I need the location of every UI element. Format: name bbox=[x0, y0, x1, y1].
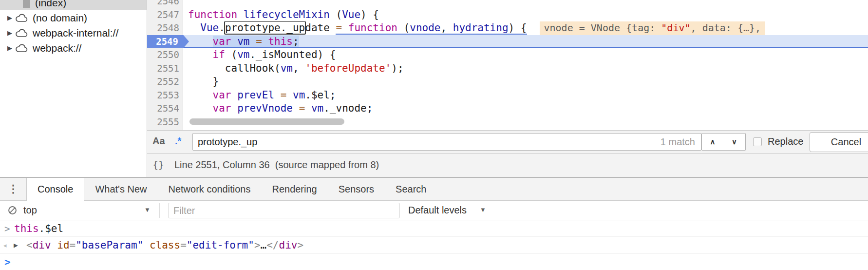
code-token: = bbox=[299, 102, 305, 114]
cancel-button[interactable]: Cancel bbox=[810, 132, 868, 152]
search-next-button[interactable]: ∨ bbox=[723, 133, 746, 151]
cloud-icon bbox=[15, 28, 28, 38]
code-token: , bbox=[440, 22, 453, 34]
expand-arrow-icon[interactable]: ▶ bbox=[7, 14, 15, 21]
tab-rendering[interactable]: Rendering bbox=[261, 178, 327, 200]
code-line-text[interactable]: function lifecycleMixin (Vue) { bbox=[183, 8, 868, 22]
console-token bbox=[51, 239, 57, 251]
code-token: lifecycleMixin bbox=[244, 9, 330, 20]
log-level-dropdown-icon[interactable]: ▼ bbox=[480, 206, 486, 213]
line-number[interactable]: 2554 bbox=[147, 102, 183, 116]
line-number[interactable]: 2550 bbox=[147, 48, 183, 62]
more-tools-menu-button[interactable]: ⋮ bbox=[0, 178, 26, 200]
code-token bbox=[188, 22, 200, 34]
line-number[interactable]: 2547 bbox=[147, 8, 183, 22]
regex-toggle[interactable]: .* bbox=[175, 135, 181, 147]
line-number-text: 2549 bbox=[156, 36, 179, 47]
line-number[interactable]: 2553 bbox=[147, 89, 183, 102]
code-token: = bbox=[256, 36, 262, 47]
code-line: 2551 callHook(vm, 'beforeUpdate'); bbox=[147, 62, 868, 76]
expand-arrow-icon[interactable]: ▶ bbox=[7, 29, 15, 37]
log-level-selector[interactable]: Default levels bbox=[408, 205, 467, 216]
cloud-icon bbox=[15, 43, 28, 53]
line-number[interactable]: 2555 bbox=[147, 116, 183, 129]
tree-item-label: (index) bbox=[35, 0, 66, 9]
code-line-text[interactable]: var vm = this; bbox=[183, 35, 868, 49]
expand-arrow-icon[interactable]: ▶ bbox=[7, 44, 15, 52]
line-number[interactable]: 2549 bbox=[147, 35, 183, 49]
console-toolbar: top ▼ Default levels ▼ bbox=[0, 201, 868, 220]
tree-item-label: (no domain) bbox=[33, 12, 87, 24]
tab-search[interactable]: Search bbox=[385, 178, 437, 200]
pretty-print-icon[interactable]: {} bbox=[152, 159, 164, 171]
console-prompt-row[interactable]: > bbox=[0, 254, 868, 270]
code-line: 2553 var prevEl = vm.$el; bbox=[147, 89, 868, 102]
code-token: hydrating bbox=[453, 22, 509, 34]
cursor-position-text: Line 2551, Column 36 (source mapped from… bbox=[174, 159, 379, 171]
code-line: 2549 var vm = this; bbox=[147, 35, 868, 49]
code-token: vm bbox=[237, 36, 249, 47]
console-token: = bbox=[70, 239, 76, 251]
expand-triangle-icon[interactable]: ▶ bbox=[14, 241, 26, 250]
code-line-text[interactable] bbox=[183, 0, 868, 8]
match-case-toggle[interactable]: Aa bbox=[152, 135, 165, 147]
drawer: ⋮ ConsoleWhat's NewNetwork conditionsRen… bbox=[0, 177, 868, 270]
replace-checkbox[interactable] bbox=[753, 137, 762, 146]
code-token bbox=[249, 36, 256, 47]
code-token bbox=[293, 102, 299, 114]
tab-sensors[interactable]: Sensors bbox=[328, 178, 385, 200]
console-token: "edit-form" bbox=[187, 239, 254, 251]
tree-item[interactable]: (index) bbox=[0, 0, 147, 10]
line-number[interactable]: 2546 bbox=[147, 0, 183, 8]
tree-item[interactable]: ▶(no domain) bbox=[0, 10, 147, 25]
horizontal-scrollbar[interactable] bbox=[189, 118, 344, 125]
drawer-tabbar: ⋮ ConsoleWhat's NewNetwork conditionsRen… bbox=[0, 178, 868, 201]
clear-console-icon[interactable] bbox=[8, 206, 17, 215]
code-token: } bbox=[188, 76, 219, 87]
tree-item[interactable]: ▶webpack:// bbox=[0, 40, 147, 56]
tab-network-conditions[interactable]: Network conditions bbox=[157, 178, 261, 200]
editor-search-bar: Aa .* 1 match ∧ ∨ Replace Cancel bbox=[147, 130, 868, 154]
line-number[interactable]: 2551 bbox=[147, 62, 183, 76]
tab-console[interactable]: Console bbox=[26, 178, 84, 201]
console-prompt-chevron-icon: > bbox=[0, 254, 11, 268]
code-line-text[interactable]: callHook(vm, 'beforeUpdate'); bbox=[183, 62, 868, 76]
console-token: < bbox=[26, 239, 33, 251]
code-token: . bbox=[219, 22, 225, 34]
code-line: 2550 if (vm._isMounted) { bbox=[147, 48, 868, 62]
source-tree: (index)▶(no domain)▶webpack-internal://▶… bbox=[0, 0, 147, 56]
code-token: = bbox=[336, 22, 342, 34]
line-number[interactable]: 2548 bbox=[147, 21, 183, 35]
tree-item[interactable]: ▶webpack-internal:// bbox=[0, 25, 147, 40]
console-token: > bbox=[297, 239, 303, 251]
code-token: ); bbox=[391, 62, 403, 74]
console-token bbox=[143, 239, 150, 251]
tree-item-label: webpack:// bbox=[33, 42, 81, 54]
code-token: , bbox=[293, 62, 305, 74]
line-number[interactable]: 2552 bbox=[147, 75, 183, 89]
console-filter-input[interactable] bbox=[168, 203, 400, 218]
code-token: 'beforeUpdate' bbox=[305, 62, 391, 74]
hint-token: vnode = VNode {tag: bbox=[544, 22, 661, 34]
code-line-text[interactable]: } bbox=[183, 75, 868, 89]
console-token: "baseParam" bbox=[75, 239, 143, 251]
code-line-text[interactable]: Vue.prototype._update = function (vnode,… bbox=[183, 21, 868, 35]
console-token: = bbox=[180, 239, 187, 251]
code-line-text[interactable]: if (vm._isMounted) { bbox=[183, 48, 868, 62]
code-token: this bbox=[268, 36, 293, 47]
code-token bbox=[237, 9, 244, 20]
code-token: function bbox=[348, 22, 397, 34]
source-editor: 25462547function lifecycleMixin (Vue) {2… bbox=[147, 0, 868, 177]
context-selector[interactable]: top bbox=[23, 205, 37, 216]
code-token: ._vnode; bbox=[323, 102, 373, 114]
code-line-text[interactable]: var prevEl = vm.$el; bbox=[183, 89, 868, 102]
code-token: vm bbox=[237, 49, 249, 60]
hint-token: "div" bbox=[661, 22, 690, 34]
context-dropdown-icon[interactable]: ▼ bbox=[144, 206, 151, 213]
search-input[interactable] bbox=[192, 133, 701, 151]
code-line-text[interactable]: var prevVnode = vm._vnode; bbox=[183, 102, 868, 116]
code-token: vm bbox=[281, 62, 293, 74]
search-previous-button[interactable]: ∧ bbox=[701, 133, 724, 151]
tab-what-s-new[interactable]: What's New bbox=[84, 178, 157, 200]
code-token bbox=[305, 102, 311, 114]
